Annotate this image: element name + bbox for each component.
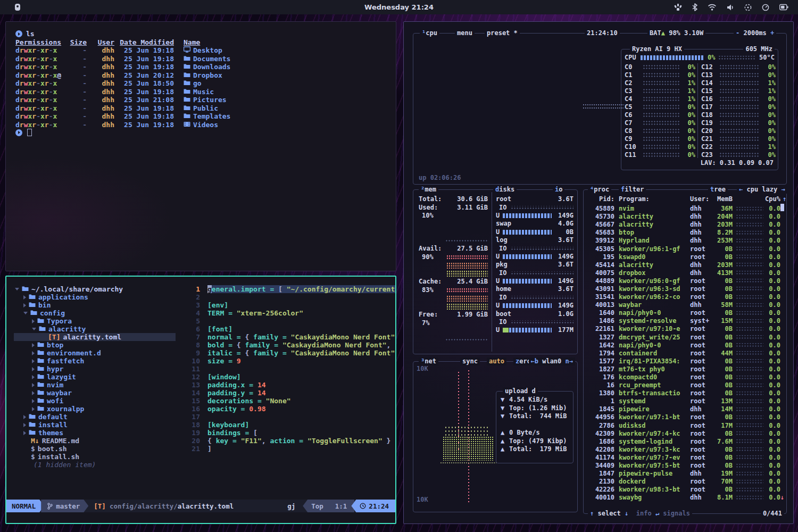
code-line-15[interactable]: 15decorations = "None" bbox=[182, 397, 396, 405]
cpu-box-title[interactable]: ¹cpu bbox=[420, 29, 439, 37]
process-row[interactable]: 16rcu_preemptroot0B0.0 bbox=[589, 381, 778, 389]
process-row[interactable]: 44889kworker/u96:0-gfroot0B0.0 bbox=[589, 277, 778, 285]
process-row[interactable]: 1827mt76-tx phy0root0B0.0 bbox=[589, 365, 778, 373]
process-row[interactable]: 1794containerdroot44M0.0 bbox=[589, 350, 778, 358]
code-line-8[interactable]: 8bold = { family = "CaskaydiaMono Nerd F… bbox=[182, 341, 396, 349]
terminal-prompt-empty[interactable] bbox=[15, 129, 396, 136]
process-row[interactable]: 1845pipewiredhh14M0.0 bbox=[589, 405, 778, 413]
code-line-21[interactable]: 21] bbox=[182, 445, 396, 453]
code-line-7[interactable]: 7normal = { family = "CaskaydiaMono Nerd… bbox=[182, 333, 396, 341]
process-row[interactable]: 1640napi/phy0-0root0B0.0 bbox=[589, 309, 778, 317]
wifi-icon[interactable] bbox=[708, 4, 717, 11]
tree-item-btop[interactable]: btop bbox=[6, 341, 182, 349]
preset-button[interactable]: preset * bbox=[485, 29, 520, 37]
tree-item-applications[interactable]: applications bbox=[6, 293, 182, 301]
tree-item-waybar[interactable]: waybar bbox=[6, 389, 182, 397]
process-row[interactable]: 1486systemd-resolvesyst+15M0.0 bbox=[589, 317, 778, 325]
process-row[interactable]: 42226kworker/u98:3-btroot0B0.0 bbox=[589, 486, 778, 494]
process-row[interactable]: 45889nvimdhh36M0.0 bbox=[589, 205, 778, 213]
tree-item-typora[interactable]: Typora bbox=[6, 317, 182, 325]
updates-icon[interactable] bbox=[674, 4, 682, 11]
process-row[interactable]: 176kcompactd0root0B0.0 bbox=[589, 373, 778, 381]
code-line-19[interactable]: 19bindings = [ bbox=[182, 429, 396, 437]
code-line-9[interactable]: 9italic = { family = "CaskaydiaMono Nerd… bbox=[182, 349, 396, 357]
process-row[interactable]: 40075dropboxdhh413M0.0 bbox=[589, 269, 778, 277]
code-line-5[interactable]: 5 bbox=[182, 317, 396, 325]
process-row[interactable]: 22161kworker/u97:10-eroot0B0.0 bbox=[589, 325, 778, 333]
proc-tree-button[interactable]: tree bbox=[708, 186, 728, 194]
process-row[interactable]: 41174kworker/u97:7-evroot0B0.0 bbox=[589, 454, 778, 462]
tree-item-install.sh[interactable]: $install.sh bbox=[6, 453, 182, 461]
process-row[interactable]: 1577irq/81-PIXA3854:root0B0.0 bbox=[589, 358, 778, 365]
tree-item-wofi[interactable]: wofi bbox=[6, 397, 182, 405]
process-row[interactable]: 40010swaybgdhh8.1M0.0 bbox=[589, 494, 778, 502]
code-editor[interactable]: 1general.import = [ "~/.config/omarchy/c… bbox=[182, 277, 396, 500]
net-stats-title[interactable]: upload d bbox=[503, 387, 538, 395]
process-row[interactable]: 45667alacrittydhh203M0.0 bbox=[589, 221, 778, 229]
battery-icon[interactable] bbox=[779, 4, 788, 11]
code-line-11[interactable]: 11 bbox=[182, 365, 396, 373]
proc-filter-button[interactable]: filter bbox=[619, 186, 646, 194]
tree-item-lazygit[interactable]: lazygit bbox=[6, 373, 182, 381]
code-line-6[interactable]: 6[font] bbox=[182, 325, 396, 333]
interval-control[interactable]: - 2000ms + bbox=[734, 29, 776, 37]
code-line-3[interactable]: 3[env] bbox=[182, 301, 396, 309]
tree-item-bin[interactable]: bin bbox=[6, 301, 182, 309]
process-row[interactable]: 39912Hyprlanddhh253M0.0 bbox=[589, 237, 778, 245]
bluetooth-icon[interactable] bbox=[692, 3, 697, 11]
process-row[interactable]: 31541kworker/u96:2-coroot0B0.0 bbox=[589, 293, 778, 301]
tree-item-fastfetch[interactable]: fastfetch bbox=[6, 357, 182, 365]
net-auto-button[interactable]: auto bbox=[487, 358, 506, 365]
tree-item-environment.d[interactable]: environment.d bbox=[6, 349, 182, 357]
mem-box-title[interactable]: ²mem bbox=[419, 186, 438, 194]
tree-item--1-hidden-item-[interactable]: (1 hidden item) bbox=[6, 461, 182, 469]
record-icon[interactable] bbox=[744, 4, 752, 11]
process-row[interactable]: 45683btopdhh8.2M0.0 bbox=[589, 229, 778, 237]
proc-sort-control[interactable]: ← cpu lazy → bbox=[737, 186, 787, 194]
process-row[interactable]: 1systemdroot13M0.0 bbox=[589, 397, 778, 405]
process-row[interactable]: 2130dockerdroot70M0.0 bbox=[589, 478, 778, 486]
process-row[interactable]: 2786udisksdroot17M0.0 bbox=[589, 422, 778, 430]
tree-item-alacritty.toml[interactable]: [T]alacritty.toml bbox=[6, 333, 182, 341]
tree-item-xournalpp[interactable]: xournalpp bbox=[6, 405, 182, 413]
process-row[interactable]: 195kswapd0root0B0.0 bbox=[589, 253, 778, 261]
tree-item---.local-share-omarchy[interactable]: ~/.local/share/omarchy bbox=[6, 285, 182, 293]
code-line-1[interactable]: 1general.import = [ "~/.config/omarchy/c… bbox=[182, 285, 396, 293]
process-row[interactable]: 45414alacrittydhh203M0.0 bbox=[589, 261, 778, 269]
tree-item-default[interactable]: default bbox=[6, 413, 182, 421]
tree-item-themes[interactable]: themes bbox=[6, 429, 182, 437]
proc-box-title[interactable]: ⁴proc bbox=[588, 186, 611, 194]
net-interface[interactable]: ←b wlan0 n→ bbox=[529, 358, 576, 365]
process-row[interactable]: 43091kworker/u96:3-sdroot0B0.0 bbox=[589, 285, 778, 293]
menu-button[interactable]: menu bbox=[455, 29, 475, 37]
tree-item-alacritty[interactable]: alacritty bbox=[6, 325, 182, 333]
code-line-4[interactable]: 4TERM = "xterm-256color" bbox=[182, 309, 396, 317]
code-line-16[interactable]: 16opacity = 0.98 bbox=[182, 405, 396, 413]
gauge-icon[interactable] bbox=[762, 4, 769, 11]
code-line-14[interactable]: 14padding.y = 14 bbox=[182, 389, 396, 397]
process-row[interactable]: 44956kworker/u97:1-btroot0B0.0 bbox=[589, 413, 778, 421]
process-row[interactable]: 40013waybardhh58M0.0 bbox=[589, 301, 778, 309]
code-line-2[interactable]: 2 bbox=[182, 293, 396, 301]
process-row[interactable]: 45305kworker/u96:1-gfroot0B0.0 bbox=[589, 245, 778, 253]
process-row[interactable]: 45730alacrittydhh204M0.0 bbox=[589, 213, 778, 221]
tree-item-install[interactable]: install bbox=[6, 421, 182, 429]
proc-scrollbar[interactable] bbox=[780, 204, 784, 211]
code-line-10[interactable]: 10size = 9 bbox=[182, 357, 396, 365]
process-row[interactable]: 1327dmcrypt_write/25root0B0.0 bbox=[589, 334, 778, 342]
io-toggle[interactable]: io bbox=[553, 186, 564, 194]
disks-title[interactable]: disks bbox=[493, 186, 517, 194]
tree-item-boot.sh[interactable]: $boot.sh bbox=[6, 445, 182, 453]
net-sync-button[interactable]: sync bbox=[460, 358, 480, 365]
code-line-12[interactable]: 12[window] bbox=[182, 373, 396, 381]
tree-item-hypr[interactable]: hypr bbox=[6, 365, 182, 373]
process-row[interactable]: 1380btrfs-transactioroot0B0.0 bbox=[589, 389, 778, 397]
net-box-title[interactable]: ³net bbox=[419, 358, 438, 365]
process-row[interactable]: 34409kworker/u97:5-btroot0B0.0 bbox=[589, 462, 778, 470]
process-row[interactable]: 1642napi/phy0-0root0B0.0 bbox=[589, 342, 778, 350]
process-row[interactable]: 1686systemd-logindroot7.6M0.0 bbox=[589, 438, 778, 446]
code-line-18[interactable]: 18[keyboard] bbox=[182, 421, 396, 429]
tree-item-nvim[interactable]: nvim bbox=[6, 381, 182, 389]
code-line-20[interactable]: 20{ key = "F11", action = "ToggleFullscr… bbox=[182, 437, 396, 445]
process-row[interactable]: 42208kworker/u97:3-kcroot0B0.0 bbox=[589, 446, 778, 454]
